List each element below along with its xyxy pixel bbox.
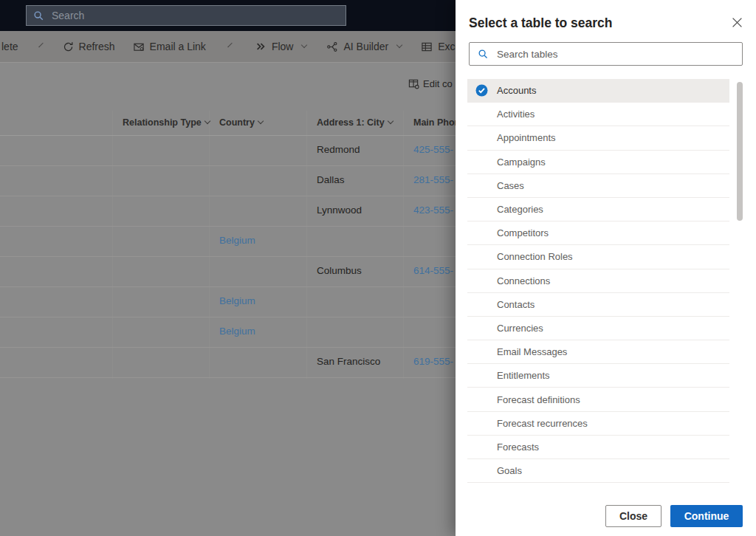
table-row[interactable]: San Francisco619-555- [0,348,456,378]
cell-country-link[interactable]: Belgium [219,326,255,337]
table-option-label: Connections [497,275,550,286]
table-row[interactable]: Belgium [0,317,456,348]
table-option-connection-roles[interactable]: Connection Roles [467,245,729,269]
table-option-label: Competitors [497,227,549,238]
table-option-label: Currencies [497,323,543,334]
table-option-connections[interactable]: Connections [467,269,729,293]
close-icon[interactable] [730,16,743,29]
table-option-campaigns[interactable]: Campaigns [467,151,729,174]
chevron-down-icon [204,118,210,124]
table-option-label: Appointments [497,132,556,143]
chevron-down-icon [301,42,307,48]
ai-builder-icon [326,41,338,52]
table-option-activities[interactable]: Activities [467,103,729,126]
table-option-label: Email Messages [497,346,567,357]
table-search-box[interactable] [469,42,743,66]
ai-builder-label: AI Builder [343,41,388,52]
email-a-link-label: Email a Link [150,41,206,52]
cell-main-phone-link[interactable]: 423-555- [413,205,453,216]
table-option-label: Campaigns [497,157,546,168]
table-option-label: Activities [497,109,535,120]
edit-columns-button[interactable]: Edit co [408,78,453,89]
table-option-accounts[interactable]: Accounts [467,79,729,103]
email-a-link-button[interactable]: Email a Link [133,41,206,52]
cell-city: San Francisco [317,356,380,367]
delete-button[interactable]: lete [1,41,18,52]
global-search-box[interactable] [26,5,346,26]
table-option-appointments[interactable]: Appointments [467,126,729,150]
top-navigation-bar [0,0,456,31]
table-row[interactable]: Columbus614-555- [0,257,456,287]
chevron-down-icon [387,118,393,124]
table-option-forecast-definitions[interactable]: Forecast definitions [467,388,729,411]
flow-label: Flow [272,41,294,52]
panel-title: Select a table to search [469,16,613,31]
cell-main-phone-link[interactable]: 281-555- [413,174,453,185]
table-option-forecast-recurrences[interactable]: Forecast recurrences [467,412,729,436]
table-row[interactable]: Redmond425-555- [0,136,456,166]
cell-country-link[interactable]: Belgium [219,235,255,246]
table-option-contacts[interactable]: Contacts [467,293,729,317]
refresh-label: Refresh [79,41,115,52]
chevron-down-icon [258,118,264,124]
table-option-label: Forecast recurrences [497,418,588,429]
dimmed-main-content: lete Refresh Email a Link [0,0,456,536]
cell-city: Lynnwood [317,205,362,216]
column-header-main-phone[interactable]: Main Phor [413,117,456,128]
refresh-icon [63,41,74,52]
table-option-categories[interactable]: Categories [467,198,729,221]
continue-button[interactable]: Continue [670,505,743,527]
column-header-label: Country [219,117,255,128]
table-option-goals[interactable]: Goals [467,459,729,483]
chevron-down-icon[interactable] [38,43,43,47]
table-row[interactable]: Dallas281-555- [0,166,456,196]
table-row[interactable]: Belgium [0,287,456,317]
close-button[interactable]: Close [605,505,662,527]
chevron-down-icon [396,42,402,48]
table-option-label: Categories [497,204,543,215]
column-header-relationship-type[interactable]: Relationship Type [123,117,210,128]
column-header-label: Relationship Type [123,117,202,128]
cell-city: Redmond [317,144,360,155]
select-table-panel: Select a table to search Accounts Activi… [456,0,756,536]
column-header-country[interactable]: Country [219,117,263,128]
scrollbar-thumb[interactable] [737,82,743,221]
table-option-forecasts[interactable]: Forecasts [467,436,729,459]
table-option-label: Contacts [497,299,535,310]
export-to-excel-button[interactable]: Exce [421,41,456,52]
grid-body: Redmond425-555- Dallas281-555- Lynnwood4… [0,136,456,378]
cell-main-phone-link[interactable]: 614-555- [413,265,453,276]
app-window: lete Refresh Email a Link [0,0,756,536]
table-row[interactable]: Belgium [0,227,456,257]
table-option-label: Entitlements [497,370,550,381]
grid-header-row: Relationship Type Country Address 1: Cit… [0,111,456,136]
cell-main-phone-link[interactable]: 619-555- [413,356,453,367]
flow-icon [255,41,267,52]
excel-label: Exce [438,41,456,52]
table-option-label: Connection Roles [497,251,573,262]
flow-button[interactable]: Flow [255,41,307,52]
table-search-input[interactable] [495,48,734,61]
edit-columns-icon [408,78,419,89]
search-icon [33,10,44,21]
table-option-currencies[interactable]: Currencies [467,317,729,340]
cell-main-phone-link[interactable]: 425-555- [413,144,453,155]
table-option-email-messages[interactable]: Email Messages [467,340,729,364]
cell-country-link[interactable]: Belgium [219,295,255,306]
ai-builder-button[interactable]: AI Builder [326,41,402,52]
cell-city: Columbus [317,265,362,276]
search-icon [478,49,489,60]
table-row[interactable]: Lynnwood423-555- [0,196,456,227]
cell-city: Dallas [317,174,345,185]
table-list: Accounts Activities Appointments Campaig… [467,79,729,483]
column-header-address-city[interactable]: Address 1: City [317,117,393,128]
table-option-entitlements[interactable]: Entitlements [467,364,729,388]
table-option-cases[interactable]: Cases [467,174,729,198]
table-option-label: Cases [497,180,524,191]
refresh-button[interactable]: Refresh [63,41,115,52]
selected-check-icon [475,84,488,97]
table-option-competitors[interactable]: Competitors [467,221,729,245]
global-search-input[interactable] [50,9,339,22]
chevron-down-icon[interactable] [227,43,232,47]
table-option-label: Accounts [497,85,536,96]
